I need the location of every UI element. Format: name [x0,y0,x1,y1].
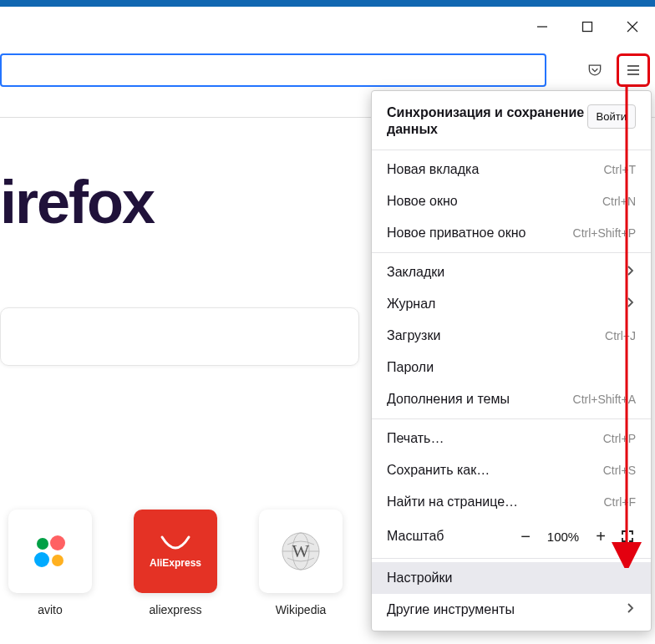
menu-item-1[interactable]: Новое окноCtrl+N [372,185,651,217]
window-minimize[interactable] [520,7,565,47]
menu-item2-3[interactable]: Пароли [372,352,651,383]
pocket-icon[interactable] [578,53,612,87]
hamburger-menu-button[interactable] [617,53,650,87]
window-maximize[interactable] [565,7,610,47]
shortcut-label: Wikipedia [259,603,343,616]
menu-item2-4[interactable]: Дополнения и темыCtrl+Shift+A [372,383,651,415]
window-close[interactable] [610,7,655,47]
shortcut-aliexpress[interactable]: AliExpressaliexpress [134,510,217,616]
svg-point-7 [37,538,48,550]
menu-item3-0[interactable]: Печать…Ctrl+P [372,423,651,454]
menu-item-2[interactable]: Новое приватное окноCtrl+Shift+P [372,217,651,249]
menu-item2-2[interactable]: ЗагрузкиCtrl+J [372,320,651,352]
menu-item-0[interactable]: Новая вкладкаCtrl+T [372,154,651,185]
svg-point-8 [50,535,65,550]
fullscreen-button[interactable] [616,525,639,548]
shortcut-label: avito [8,603,92,616]
shortcut-wikipedia[interactable]: WWikipedia [259,510,343,616]
url-bar[interactable] [0,53,546,87]
menu-item3-2[interactable]: Найти на странице…Ctrl+F [372,486,651,518]
shortcut-label: aliexpress [134,603,217,616]
menu-settings[interactable]: Настройки [372,562,651,594]
chevron-right-icon [624,297,636,312]
menu-item2-1[interactable]: Журнал [372,288,651,320]
svg-text:W: W [292,540,310,561]
svg-point-10 [52,555,63,566]
chevron-right-icon [624,265,636,280]
menu-item2-0[interactable]: Закладки [372,256,651,288]
login-button[interactable]: Войти [587,104,636,129]
zoom-out-button[interactable]: − [514,525,537,548]
menu-zoom: Масштаб − 100% + [372,518,651,555]
svg-rect-1 [583,23,592,32]
shortcut-avito[interactable]: avito [8,510,92,616]
menu-sync[interactable]: Синхронизация и сохранение данных Войти [372,96,651,146]
search-box[interactable] [0,307,359,366]
zoom-in-button[interactable]: + [589,525,612,548]
svg-point-9 [34,552,49,567]
zoom-value: 100% [541,530,586,544]
chevron-right-icon [624,602,636,617]
menu-more-tools[interactable]: Другие инструменты [372,594,651,626]
app-menu: Синхронизация и сохранение данных Войти … [371,90,652,631]
menu-item3-1[interactable]: Сохранить как…Ctrl+S [372,454,651,486]
